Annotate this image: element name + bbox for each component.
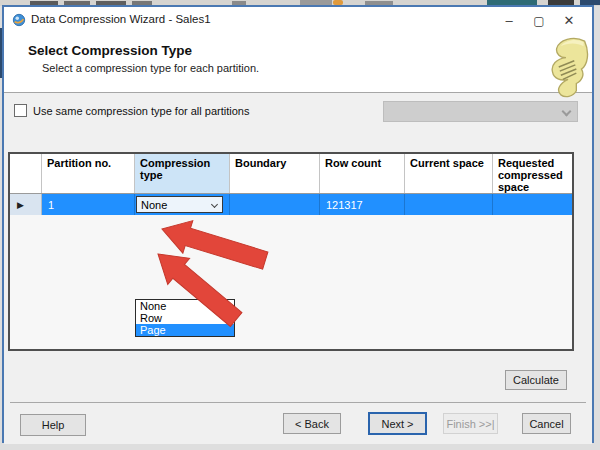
cell-current-space[interactable] <box>405 194 493 215</box>
wizard-page-header: Select Compression Type Select a compres… <box>4 34 592 93</box>
maximize-icon[interactable]: ▢ <box>524 7 554 34</box>
compression-type-value: None <box>141 199 167 211</box>
minimize-icon[interactable]: – <box>494 7 524 34</box>
data-compression-wizard-window: Data Compression Wizard - Sales1 – ▢ ✕ S… <box>2 5 594 443</box>
dropdown-option-page[interactable]: Page <box>136 324 234 336</box>
cell-compression-type[interactable]: None <box>135 194 230 215</box>
titlebar[interactable]: Data Compression Wizard - Sales1 – ▢ ✕ <box>4 7 592 34</box>
divider <box>10 402 586 403</box>
cell-partition-no[interactable]: 1 <box>42 194 135 215</box>
combo-chevron-icon <box>562 107 572 117</box>
partitions-grid: Partition no. Compression type Boundary … <box>8 152 574 351</box>
column-header-row-count[interactable]: Row count <box>320 154 405 193</box>
compression-type-dropdown-list: None Row Page <box>135 299 235 337</box>
next-button[interactable]: Next > <box>368 412 427 435</box>
page-subtitle: Select a compression type for each parti… <box>42 62 259 74</box>
column-header-boundary[interactable]: Boundary <box>230 154 320 193</box>
cell-requested-space[interactable] <box>493 194 572 215</box>
column-header-compression-type[interactable]: Compression type <box>135 154 230 193</box>
finish-button[interactable]: Finish >>| <box>443 413 498 434</box>
use-same-compression-label: Use same compression type for all partit… <box>33 105 249 117</box>
compression-type-combobox[interactable]: None <box>136 196 223 213</box>
page-title: Select Compression Type <box>28 43 192 58</box>
dropdown-option-none[interactable]: None <box>136 300 234 312</box>
combo-chevron-icon <box>211 201 218 208</box>
grid-corner-cell[interactable] <box>10 154 42 193</box>
back-button[interactable]: < Back <box>283 413 341 434</box>
row-selector-icon[interactable]: ▶ <box>10 194 42 215</box>
cell-row-count[interactable]: 121317 <box>320 194 405 215</box>
use-same-compression-checkbox[interactable] <box>14 104 27 117</box>
wizard-content: Use same compression type for all partit… <box>4 93 592 444</box>
column-header-requested-space[interactable]: Requested compressed space <box>493 154 572 193</box>
cell-boundary[interactable] <box>230 194 320 215</box>
wizard-app-icon <box>12 13 26 27</box>
grid-header-row: Partition no. Compression type Boundary … <box>10 154 572 194</box>
column-header-current-space[interactable]: Current space <box>405 154 493 193</box>
dropdown-option-row[interactable]: Row <box>136 312 234 324</box>
column-header-partition-no[interactable]: Partition no. <box>42 154 135 193</box>
calculate-button[interactable]: Calculate <box>505 370 567 390</box>
cancel-button[interactable]: Cancel <box>522 413 571 434</box>
all-partitions-compression-combobox[interactable] <box>383 101 578 122</box>
scroll-paper-icon <box>542 37 590 99</box>
help-button[interactable]: Help <box>20 414 86 436</box>
close-icon[interactable]: ✕ <box>554 7 584 34</box>
window-title: Data Compression Wizard - Sales1 <box>31 13 211 25</box>
partition-row[interactable]: ▶ 1 None 121317 <box>10 194 572 215</box>
